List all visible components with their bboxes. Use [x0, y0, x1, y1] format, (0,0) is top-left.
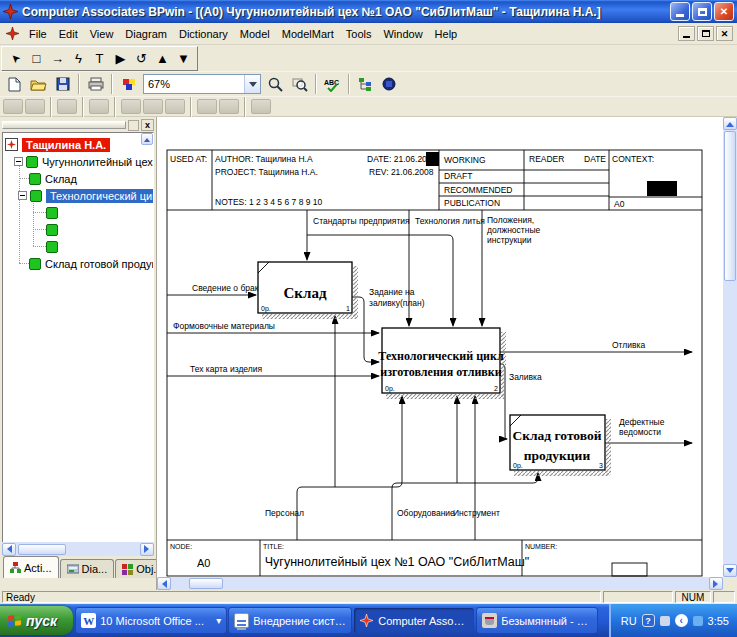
minimize-button[interactable]: [670, 2, 690, 21]
collapse-tray-chevron-icon[interactable]: ‹: [675, 614, 688, 627]
label-polozhenia[interactable]: инструкции: [487, 235, 532, 245]
diagram-vscrollbar[interactable]: [723, 117, 737, 577]
label-standarty[interactable]: Стандарты предприятия: [313, 216, 410, 226]
label-oborudovanie[interactable]: Оборудование: [397, 508, 455, 518]
mdi-minimize-button[interactable]: [678, 26, 695, 41]
squiggle-tool-button[interactable]: ϟ: [68, 48, 89, 69]
new-file-button[interactable]: [3, 74, 26, 95]
arrow-oborudovanie[interactable]: [392, 473, 538, 540]
scrollbar-thumb[interactable]: [18, 544, 66, 555]
menu-file[interactable]: File: [23, 25, 53, 43]
label-tehnologia[interactable]: Технология литья: [415, 216, 485, 226]
up-button[interactable]: ▲: [152, 48, 173, 69]
zoom-dropdown-button[interactable]: [244, 75, 260, 93]
modelmart-button[interactable]: [378, 74, 401, 95]
scroll-right-button[interactable]: [709, 577, 723, 590]
label-polozhenia[interactable]: Положения,: [487, 215, 534, 225]
print-button[interactable]: [84, 74, 107, 95]
explorer-hscrollbar[interactable]: [2, 542, 154, 556]
tree-item-child[interactable]: [46, 238, 62, 255]
taskbar-item-vnedrenie[interactable]: Внедрение системы ...: [229, 608, 351, 633]
menu-window[interactable]: Window: [377, 25, 428, 43]
color-palette-button[interactable]: [117, 74, 140, 95]
menu-dictionary[interactable]: Dictionary: [173, 25, 234, 43]
activity-box-sklad-gotovoy[interactable]: Склад готовой продукции 0р. 3: [510, 415, 611, 476]
scrollbar-thumb[interactable]: [189, 578, 223, 589]
gripper-handle[interactable]: [2, 121, 126, 129]
menu-model[interactable]: Model: [234, 25, 276, 43]
label-svedenie[interactable]: Сведение о браке: [192, 283, 264, 293]
collapse-expander-icon[interactable]: [18, 191, 27, 200]
arrow-personal[interactable]: [297, 396, 402, 540]
tree-item-tech-cycle[interactable]: Технологический цикл: [18, 187, 154, 204]
close-button[interactable]: ✕: [714, 2, 734, 21]
go-to-child-button[interactable]: ▶: [110, 48, 131, 69]
label-personal[interactable]: Персонал: [265, 508, 304, 518]
tray-icon[interactable]: [660, 616, 670, 626]
open-file-button[interactable]: [27, 74, 50, 95]
tree-item-child[interactable]: [46, 221, 62, 238]
label-tehkarta[interactable]: Тех карта изделия: [190, 364, 262, 374]
tray-icon[interactable]: [693, 616, 703, 626]
explorer-menu-button[interactable]: [128, 120, 139, 131]
tree-scrollbar[interactable]: [141, 133, 153, 193]
help-tray-icon[interactable]: ?: [642, 614, 655, 627]
explorer-gripper[interactable]: x: [2, 119, 154, 131]
tree-item-child[interactable]: [46, 204, 62, 221]
scroll-right-button[interactable]: [140, 543, 154, 556]
label-formovochnye[interactable]: Формовочные материалы: [173, 321, 275, 331]
mdi-restore-button[interactable]: [697, 26, 714, 41]
taskbar-item-office-group[interactable]: W 10 Microsoft Office ... ▾: [76, 608, 226, 633]
language-indicator[interactable]: RU: [621, 615, 637, 627]
label-defektnye[interactable]: ведомости: [619, 427, 661, 437]
activity-box-tech-cycle[interactable]: Технологический цикл изготовления отливк…: [378, 328, 506, 399]
tree-item-sklad[interactable]: Склад: [29, 170, 77, 187]
tab-activities[interactable]: Acti...: [3, 556, 59, 578]
zoom-combobox[interactable]: 67%: [143, 74, 261, 94]
mdi-close-button[interactable]: ✕: [716, 26, 733, 41]
menu-help[interactable]: Help: [429, 25, 464, 43]
scrollbar-thumb[interactable]: [724, 131, 736, 281]
activity-box-tool-button[interactable]: □: [26, 48, 47, 69]
tree-item-sklad-gotovoy[interactable]: Склад готовой продукц: [29, 255, 154, 272]
text-tool-button[interactable]: T: [89, 48, 110, 69]
model-explorer-toggle-button[interactable]: [354, 74, 377, 95]
scroll-up-button[interactable]: [723, 117, 737, 130]
tree-item-model-root[interactable]: Тащилина Н.А.: [5, 136, 110, 153]
activity-box-sklad[interactable]: Склад 0р. 1: [258, 262, 358, 319]
menu-edit[interactable]: Edit: [53, 25, 84, 43]
scroll-down-button[interactable]: [723, 564, 737, 577]
down-button[interactable]: ▼: [173, 48, 194, 69]
label-zadanie[interactable]: Задание на: [369, 287, 415, 297]
label-defektnye[interactable]: Дефектные: [619, 417, 665, 427]
menu-view[interactable]: View: [84, 25, 120, 43]
zoom-area-button[interactable]: [288, 74, 311, 95]
taskbar-item-bpwin[interactable]: Computer Associates ...: [354, 608, 474, 633]
clock[interactable]: 3:55: [708, 615, 729, 627]
label-zadanie[interactable]: заливку(план): [369, 298, 425, 308]
menu-modelmart[interactable]: ModelMart: [276, 25, 340, 43]
explorer-close-button[interactable]: x: [141, 119, 154, 131]
label-instrument[interactable]: Инструмент: [453, 508, 500, 518]
start-button[interactable]: пуск: [0, 606, 73, 635]
menu-tools[interactable]: Tools: [340, 25, 378, 43]
diagram-hscrollbar[interactable]: [157, 577, 723, 590]
scroll-left-button[interactable]: [2, 543, 16, 556]
save-button[interactable]: [51, 74, 74, 95]
label-otlivka[interactable]: Отливка: [612, 340, 645, 350]
zoom-in-button[interactable]: [264, 74, 287, 95]
tree-item-root-activity[interactable]: Чугуннолитейный цех №1: [14, 153, 154, 170]
spell-check-button[interactable]: ABC: [321, 74, 344, 95]
restore-button[interactable]: [692, 2, 712, 21]
taskbar-item-paint[interactable]: Безымянный - Paint: [477, 608, 597, 633]
scroll-up-button[interactable]: [141, 133, 153, 145]
label-polozhenia[interactable]: должностные: [487, 225, 541, 235]
collapse-expander-icon[interactable]: [14, 157, 23, 166]
go-to-parent-button[interactable]: ↺: [131, 48, 152, 69]
scroll-left-button[interactable]: [157, 577, 171, 590]
tab-diagrams[interactable]: Dia...: [60, 559, 115, 578]
label-zalivka[interactable]: Заливка: [509, 372, 542, 382]
pointer-tool-button[interactable]: ➤: [5, 48, 26, 69]
menu-diagram[interactable]: Diagram: [119, 25, 173, 43]
arrow-tool-button[interactable]: →: [47, 48, 68, 69]
